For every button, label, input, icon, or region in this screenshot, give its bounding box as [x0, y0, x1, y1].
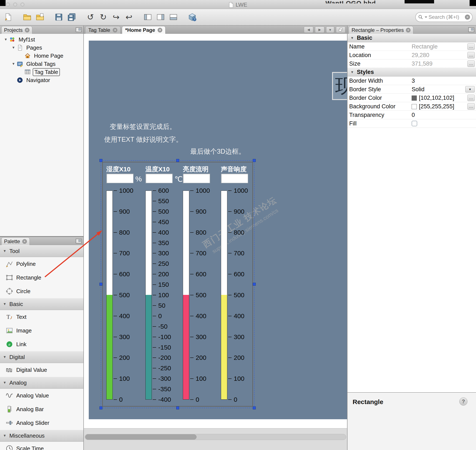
location-more-button[interactable] [467, 52, 475, 58]
open-recent-button[interactable] [35, 11, 45, 23]
tree-item-myf1st[interactable]: Myf1st [0, 36, 83, 44]
selected-rectangle-element[interactable]: 湿度X10%10009008007006005004003002001000温度… [102, 162, 253, 407]
border-style-dropdown-button[interactable] [465, 86, 475, 93]
palette-item-analog-value[interactable]: Analog Value [0, 389, 83, 402]
selection-handle-se[interactable] [253, 406, 256, 409]
palette-item-digital-value[interactable]: Digital Value [0, 363, 83, 377]
minimize-button[interactable] [13, 3, 17, 6]
palette-section-analog[interactable]: Analog [0, 377, 83, 389]
search-input[interactable]: Search (⌘+I) [415, 12, 473, 22]
help-button[interactable]: ? [187, 11, 198, 23]
save-button[interactable] [54, 11, 64, 23]
palette-section-basic[interactable]: Basic [0, 298, 83, 310]
collapse-panel-button[interactable] [76, 239, 82, 243]
tree-item-pages[interactable]: Pages [0, 44, 83, 52]
expander-icon[interactable] [11, 46, 16, 50]
undo-step-button[interactable]: ↩ [124, 11, 134, 23]
close-panel-icon[interactable] [22, 239, 27, 244]
close-tab-icon[interactable] [158, 28, 162, 32]
selection-handle-sw[interactable] [99, 406, 102, 409]
palette-panel-tab[interactable]: Palette [1, 237, 30, 245]
gauge-item[interactable]: 亮度流明10009008007006005004003002001000 [183, 162, 218, 406]
toggle-left-panel-button[interactable] [142, 11, 153, 23]
search-scope-caret-icon[interactable] [425, 17, 427, 18]
selection-handle-ne[interactable] [253, 159, 256, 162]
palette-item-image[interactable]: Image [0, 324, 83, 338]
property-label: Background Color [349, 103, 395, 110]
redo-step-button[interactable]: ↪ [111, 11, 121, 23]
zoom-button[interactable] [21, 3, 24, 6]
tab-tag-table[interactable]: Tag Table [85, 26, 121, 34]
palette-item-polyline[interactable]: Polyline [0, 257, 83, 271]
palette-item-analog-bar[interactable]: Analog Bar [0, 402, 83, 416]
expander-icon[interactable] [3, 38, 9, 41]
expander-icon[interactable] [11, 62, 16, 66]
gauge-x10[interactable]: 湿度X10%10009008007006005004003002001000 [106, 162, 142, 406]
gauge-x10[interactable]: 温度X10℃6005505004504003503002502001501005… [145, 162, 181, 406]
projects-panel-tab[interactable]: Projects [1, 26, 32, 34]
size-more-button[interactable] [467, 60, 475, 67]
collapse-panel-button[interactable] [76, 27, 82, 32]
new-page-button[interactable] [3, 11, 14, 23]
search-clear-icon[interactable] [465, 15, 470, 20]
canvas-note-text[interactable]: 变量标签设置完成后。 [110, 122, 176, 131]
tree-item-home-page[interactable]: Home Page [0, 52, 83, 60]
redo-button[interactable]: ↻ [98, 11, 109, 23]
palette-item-analog-slider[interactable]: Analog Slider [0, 416, 83, 430]
titlebar: WantLOGO.bhd LWE [0, 0, 476, 9]
property-value[interactable]: Solid [412, 86, 424, 93]
clipped-text-element[interactable]: 现 [332, 72, 347, 100]
maximize-editor-button[interactable] [336, 26, 345, 33]
toggle-right-panel-button[interactable] [155, 11, 166, 23]
help-icon[interactable]: ? [459, 397, 467, 406]
tab-home-page[interactable]: *Home Page [122, 26, 166, 34]
palette-section-digital[interactable]: Digital [0, 351, 83, 363]
selection-handle-s[interactable] [176, 406, 179, 409]
close-tab-icon[interactable] [113, 28, 117, 32]
palette-item-circle[interactable]: Circle [0, 284, 83, 298]
palette-item-link[interactable]: eLink [0, 338, 83, 351]
background-color-more-button[interactable] [467, 103, 475, 110]
gauge-value-input[interactable] [221, 173, 248, 183]
save-all-button[interactable] [66, 11, 77, 23]
close-panel-icon[interactable] [406, 28, 410, 32]
properties-section-styles[interactable]: Styles [348, 68, 476, 77]
canvas-note-text[interactable]: 使用TEXT 做好说明文字。 [104, 135, 182, 144]
palette-item-rectangle[interactable]: Rectangle [0, 271, 83, 284]
page-design-surface[interactable]: 现 变量标签设置完成后。 使用TEXT 做好说明文字。 最后做个3D边框。 西门… [89, 41, 347, 419]
horizontal-scrollbar-thumb[interactable] [85, 434, 197, 439]
tree-item-navigator[interactable]: Navigator [0, 76, 83, 84]
selection-handle-e[interactable] [253, 283, 256, 286]
horizontal-scrollbar[interactable] [85, 434, 346, 440]
tree-item-global-tags[interactable]: Global Tags [0, 60, 83, 68]
selection-handle-nw[interactable] [99, 159, 102, 162]
collapse-panel-button[interactable] [468, 27, 474, 32]
canvas-note-text[interactable]: 最后做个3D边框。 [190, 147, 245, 156]
palette-section-miscellaneous[interactable]: Miscellaneous [0, 430, 83, 442]
close-button[interactable] [6, 3, 10, 6]
gauge-value-input[interactable] [183, 173, 210, 183]
tree-item-tag-table[interactable]: Tag Table [0, 68, 83, 76]
close-panel-icon[interactable] [25, 28, 30, 32]
tab-back-button[interactable]: ◀ [304, 26, 313, 33]
palette-section-tool[interactable]: Tool [0, 245, 83, 257]
tab-forward-button[interactable]: ▶ [315, 26, 324, 33]
border-color-more-button[interactable] [467, 95, 475, 101]
palette-item-scale-time[interactable]: Scale Time [0, 442, 83, 450]
properties-panel-tab[interactable]: Rectangle – Properties [349, 26, 413, 34]
palette-item-text[interactable]: TText [0, 310, 83, 324]
selection-handle-n[interactable] [176, 159, 179, 162]
gauge-value-input[interactable] [145, 173, 173, 183]
name-more-button[interactable] [467, 43, 475, 50]
open-project-button[interactable] [22, 11, 32, 23]
gauge-item[interactable]: 声音响度10009008007006005004003002001000 [221, 162, 256, 406]
back-icon: ◀ [307, 28, 310, 32]
properties-section-basic[interactable]: Basic [348, 34, 476, 42]
gauge-value-input[interactable] [106, 173, 134, 183]
undo-button[interactable]: ↺ [85, 11, 96, 23]
toggle-bottom-panel-button[interactable] [168, 11, 179, 23]
fill-checkbox[interactable] [412, 121, 417, 126]
tab-list-button[interactable]: ▼ [326, 26, 334, 33]
editor-canvas[interactable]: 现 变量标签设置完成后。 使用TEXT 做好说明文字。 最后做个3D边框。 西门… [84, 34, 347, 450]
selection-handle-w[interactable] [99, 283, 102, 286]
